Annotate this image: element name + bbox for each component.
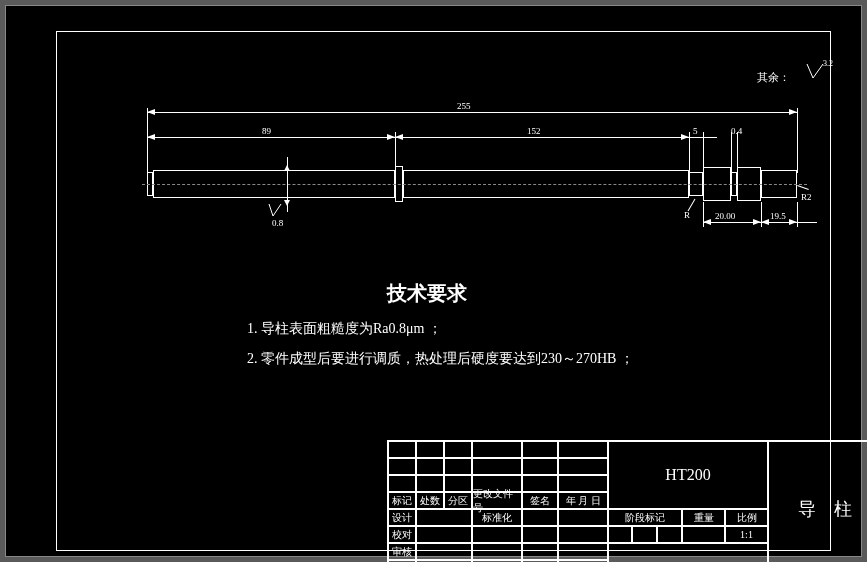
row-standardize: 标准化	[472, 509, 522, 526]
requirement-2: 2. 零件成型后要进行调质，热处理后硬度要达到230～270HB ；	[247, 350, 634, 368]
scale-label: 比例	[725, 509, 768, 526]
dim-left: 89	[262, 126, 271, 136]
hdr-where: 处数	[416, 492, 444, 509]
requirement-1: 1. 导柱表面粗糙度为Ra0.8μm ；	[247, 320, 442, 338]
hdr-date: 年 月 日	[558, 492, 608, 509]
hdr-sig: 签名	[522, 492, 558, 509]
r-label: R	[684, 210, 690, 220]
dim-20: 20.00	[715, 211, 735, 221]
r2-label: R2	[801, 192, 812, 202]
roughness-value-main: 3.2	[823, 59, 833, 68]
drawing-area: 255 89 152 5 0.4	[117, 102, 867, 262]
title-block: 标记 处数 分区 更改文件号 签名 年 月 日 设计 标准化 校对 审核 工艺	[387, 440, 867, 562]
hdr-zone: 分区	[444, 492, 472, 509]
other-label: 其余：	[757, 70, 790, 85]
stage-mark-label: 阶段标记	[608, 509, 682, 526]
weight-label: 重量	[682, 509, 725, 526]
requirements-title: 技术要求	[387, 280, 467, 307]
row-design: 设计	[388, 509, 416, 526]
roughness-symbol-main	[805, 62, 825, 82]
row-proof: 校对	[388, 526, 416, 543]
dim-04: 0.4	[731, 126, 742, 136]
scale-value: 1:1	[725, 526, 768, 543]
dim-total: 255	[457, 101, 471, 111]
dim-right: 152	[527, 126, 541, 136]
part-name-cell: 导 柱	[768, 441, 867, 562]
material-cell: HT200	[608, 441, 768, 509]
dim-5: 5	[693, 126, 698, 136]
rough-08: 0.8	[272, 218, 283, 228]
hdr-change: 更改文件号	[472, 492, 522, 509]
dim-195: 19.5	[770, 211, 786, 221]
row-check: 审核	[388, 543, 416, 560]
hdr-mark: 标记	[388, 492, 416, 509]
